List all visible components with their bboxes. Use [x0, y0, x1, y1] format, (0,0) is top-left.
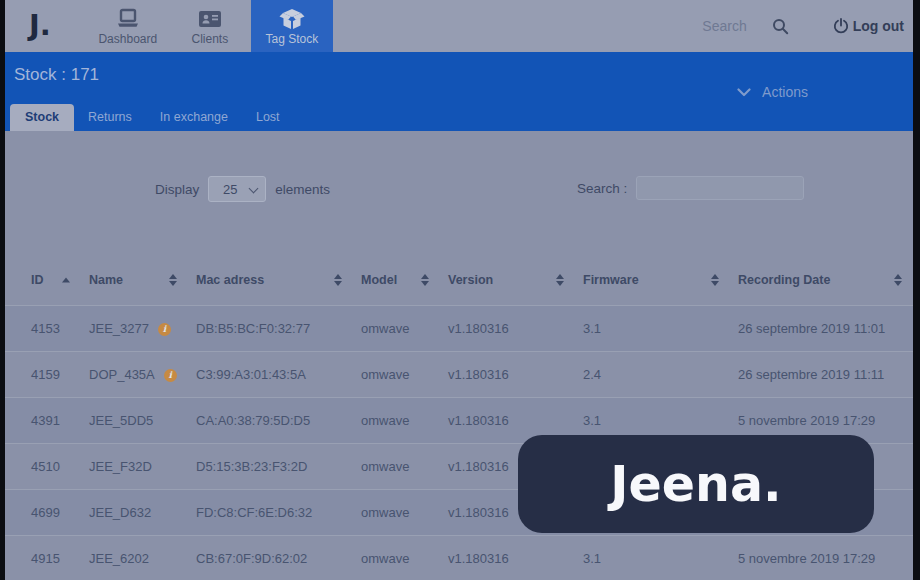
table-row[interactable]: 4915JEE_6202CB:67:0F:9D:62:02omwavev1.18…: [0, 536, 920, 580]
tag-name: JEE_D632: [89, 505, 151, 520]
cell-firmware: 2.4: [582, 352, 737, 398]
cell-firmware: 3.1: [582, 536, 737, 580]
cell-version: v1.180316: [447, 352, 582, 398]
cell-name: JEE_F32D: [88, 444, 195, 490]
tab-lost[interactable]: Lost: [242, 104, 294, 131]
logout-label: Log out: [853, 18, 904, 34]
tab-bar: Stock Returns In exchange Lost: [10, 104, 294, 131]
cell-id: 4391: [0, 398, 88, 444]
app-window: J. Dashboard Clients Tag Stock: [0, 0, 920, 580]
column-header-mac[interactable]: Mac adress: [195, 255, 360, 306]
nav-label: Dashboard: [98, 32, 157, 46]
open-box-icon: [279, 6, 305, 30]
power-icon: [833, 18, 849, 34]
cell-mac: CA:A0:38:79:5D:D5: [195, 398, 360, 444]
column-label: Firmware: [583, 273, 639, 287]
nav-label: Tag Stock: [265, 32, 318, 46]
cell-name: JEE_D632: [88, 490, 195, 536]
cell-id: 4159: [0, 352, 88, 398]
table-header-row: IDNameMac adressModelVersionFirmwareReco…: [0, 255, 920, 306]
cell-mac: CB:67:0F:9D:62:02: [195, 536, 360, 580]
display-label: Display: [155, 182, 199, 197]
tag-name: JEE_6202: [89, 551, 149, 566]
logout-button[interactable]: Log out: [833, 18, 904, 34]
column-header-version[interactable]: Version: [447, 255, 582, 306]
column-header-name[interactable]: Name: [88, 255, 195, 306]
cell-id: 4699: [0, 490, 88, 536]
cell-version: v1.180316: [447, 306, 582, 352]
cell-firmware: 3.1: [582, 306, 737, 352]
letterbox-right: [913, 0, 920, 580]
cell-model: omwave: [360, 352, 447, 398]
cell-recording-date: 26 septembre 2019 11:01: [737, 306, 920, 352]
cell-name: DOP_435Ai: [88, 352, 195, 398]
cell-mac: D5:15:3B:23:F3:2D: [195, 444, 360, 490]
tab-stock[interactable]: Stock: [10, 104, 74, 131]
tab-in-exchange[interactable]: In exchange: [146, 104, 242, 131]
brand-logo[interactable]: J.: [29, 0, 51, 52]
nav-item-dashboard[interactable]: Dashboard: [87, 0, 169, 52]
actions-dropdown[interactable]: Actions: [737, 84, 808, 100]
cell-id: 4915: [0, 536, 88, 580]
cell-name: JEE_5DD5: [88, 398, 195, 444]
cell-recording-date: 26 septembre 2019 11:11: [737, 352, 920, 398]
column-label: Name: [89, 273, 123, 287]
cell-id: 4153: [0, 306, 88, 352]
info-icon[interactable]: i: [158, 323, 171, 336]
page-size-control: Display 25 elements: [155, 176, 330, 202]
nav-item-clients[interactable]: Clients: [169, 0, 251, 52]
topbar-search-label[interactable]: Search: [702, 18, 746, 34]
tag-name: JEE_F32D: [89, 459, 152, 474]
column-label: Mac adress: [196, 273, 264, 287]
column-header-firmware[interactable]: Firmware: [582, 255, 737, 306]
sort-both-icon: [169, 274, 177, 286]
cell-model: omwave: [360, 398, 447, 444]
topbar-right: Search Log out: [702, 0, 904, 52]
chevron-down-icon: [737, 88, 751, 97]
actions-label: Actions: [762, 84, 808, 100]
sort-both-icon: [421, 274, 429, 286]
search-icon[interactable]: [772, 18, 789, 35]
letterbox-left: [0, 0, 5, 580]
cell-model: omwave: [360, 444, 447, 490]
cell-name: JEE_3277i: [88, 306, 195, 352]
column-header-model[interactable]: Model: [360, 255, 447, 306]
nav-item-tag-stock[interactable]: Tag Stock: [251, 0, 333, 52]
cell-mac: FD:C8:CF:6E:D6:32: [195, 490, 360, 536]
select-chevron-icon: [249, 184, 259, 194]
column-header-id[interactable]: ID: [0, 255, 88, 306]
tag-name: JEE_3277: [89, 321, 149, 336]
cell-model: omwave: [360, 306, 447, 352]
page-header: Stock : 171 Actions Stock Returns In exc…: [0, 52, 920, 131]
cell-id: 4510: [0, 444, 88, 490]
jeena-watermark: Jeena.: [518, 435, 874, 533]
sort-both-icon: [556, 274, 564, 286]
cell-mac: C3:99:A3:01:43:5A: [195, 352, 360, 398]
column-label: Version: [448, 273, 493, 287]
page-title: Stock : 171: [14, 65, 99, 85]
cell-model: omwave: [360, 536, 447, 580]
cell-name: JEE_6202: [88, 536, 195, 580]
cell-model: omwave: [360, 490, 447, 536]
table-row[interactable]: 4159DOP_435AiC3:99:A3:01:43:5Aomwavev1.1…: [0, 352, 920, 398]
cell-recording-date: 5 novembre 2019 17:29: [737, 536, 920, 580]
table-search-input[interactable]: [636, 176, 804, 200]
page-size-value: 25: [223, 182, 237, 197]
nav-label: Clients: [191, 32, 228, 46]
table-search-control: Search :: [577, 176, 804, 200]
table-row[interactable]: 4153JEE_3277iDB:B5:BC:F0:32:77omwavev1.1…: [0, 306, 920, 352]
page-size-select[interactable]: 25: [208, 176, 266, 202]
sort-asc-icon: [62, 278, 70, 283]
info-icon[interactable]: i: [164, 369, 177, 382]
column-label: Model: [361, 273, 397, 287]
cell-mac: DB:B5:BC:F0:32:77: [195, 306, 360, 352]
column-label: ID: [31, 273, 44, 287]
table-search-label: Search :: [577, 181, 627, 196]
id-card-icon: [198, 6, 222, 30]
tab-returns[interactable]: Returns: [74, 104, 146, 131]
sort-both-icon: [334, 274, 342, 286]
tag-name: DOP_435A: [89, 367, 155, 382]
column-header-recording_date[interactable]: Recording Date: [737, 255, 920, 306]
column-label: Recording Date: [738, 273, 830, 287]
main-nav: Dashboard Clients Tag Stock: [87, 0, 333, 52]
